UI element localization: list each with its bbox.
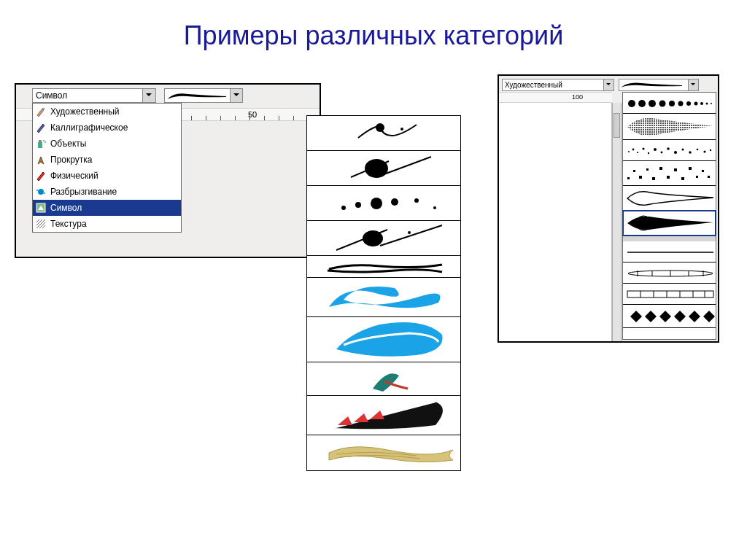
svg-rect-54 [681, 177, 684, 180]
brush-sample[interactable] [307, 116, 460, 151]
category-combo[interactable]: Символ [32, 88, 156, 103]
svg-point-40 [674, 151, 677, 154]
dropdown-item-label: Каллиграфическое [50, 122, 128, 133]
chevron-down-icon[interactable] [688, 79, 698, 90]
svg-rect-53 [674, 168, 677, 171]
dropdown-item-artistic[interactable]: Художественный [33, 104, 181, 120]
svg-point-28 [700, 102, 703, 105]
svg-point-25 [678, 101, 684, 106]
brush-preview[interactable] [164, 88, 243, 103]
svg-point-27 [694, 102, 698, 106]
svg-point-4 [44, 141, 46, 143]
svg-point-42 [689, 151, 692, 154]
svg-point-19 [408, 231, 411, 234]
svg-point-17 [433, 206, 436, 209]
brush-sample[interactable] [307, 317, 460, 362]
hatch-icon [34, 217, 47, 230]
brush-sample[interactable] [307, 256, 460, 278]
svg-point-41 [682, 149, 684, 151]
left-screenshot: Символ 50 Художественный [15, 83, 321, 258]
page-title: Примеры различных категорий [0, 0, 747, 51]
svg-point-29 [706, 103, 708, 105]
svg-point-35 [642, 147, 644, 149]
chevron-down-icon[interactable] [142, 89, 155, 102]
brush-sample[interactable] [307, 151, 460, 186]
category-combo-value: Художественный [505, 81, 562, 89]
svg-rect-49 [646, 168, 649, 171]
svg-point-26 [686, 101, 691, 106]
svg-point-12 [341, 206, 346, 210]
category-dropdown[interactable]: Художественный Каллиграфическое Объекты … [32, 103, 182, 233]
svg-point-5 [38, 189, 44, 195]
dropdown-item-label: Текстура [50, 219, 87, 229]
chevron-down-icon[interactable] [603, 79, 614, 90]
svg-point-10 [400, 128, 403, 131]
dropdown-item-splatter[interactable]: Разбрызгивание [33, 184, 181, 200]
svg-point-43 [697, 149, 699, 151]
ruler-mark: 100 [572, 93, 583, 101]
svg-point-21 [638, 100, 646, 107]
svg-point-44 [703, 150, 705, 152]
svg-rect-2 [39, 140, 42, 142]
brush-sample[interactable] [623, 114, 716, 140]
svg-rect-50 [652, 177, 655, 180]
panel-divider [623, 236, 716, 241]
dropdown-item-calligraphic[interactable]: Каллиграфическое [33, 120, 181, 136]
svg-point-3 [43, 140, 44, 141]
brush-sample[interactable] [307, 435, 460, 470]
brush-sample[interactable] [623, 93, 716, 114]
svg-rect-51 [659, 167, 662, 170]
svg-rect-55 [689, 167, 692, 170]
svg-point-22 [649, 100, 656, 107]
chevron-down-icon[interactable] [230, 89, 242, 102]
brush-sample[interactable] [623, 284, 716, 305]
category-combo[interactable]: Художественный [502, 79, 614, 91]
dropdown-item-scroll[interactable]: Прокрутка [33, 152, 181, 168]
canvas-area[interactable] [499, 103, 612, 341]
symbol-icon [34, 201, 47, 214]
svg-rect-52 [667, 176, 670, 179]
right-screenshot: Художественный 100 [498, 74, 719, 343]
brush-sample[interactable] [307, 362, 460, 396]
category-combo-value: Символ [36, 90, 67, 101]
brush-sample[interactable] [307, 186, 460, 221]
svg-rect-58 [708, 176, 710, 178]
splat-icon [34, 185, 47, 198]
svg-point-45 [710, 149, 711, 151]
dropdown-item-label: Прокрутка [50, 155, 92, 165]
brush-sample[interactable] [623, 241, 716, 262]
feather-stroke-icon [619, 79, 685, 90]
dropdown-item-texture[interactable]: Текстура [33, 216, 181, 232]
dropdown-item-objects[interactable]: Объекты [33, 136, 181, 152]
brush-sample[interactable] [623, 186, 716, 211]
svg-point-24 [669, 101, 675, 106]
svg-point-7 [44, 192, 45, 194]
brush-icon [34, 105, 47, 118]
brush-sample[interactable] [307, 278, 460, 317]
svg-rect-1 [38, 142, 42, 148]
svg-rect-47 [633, 170, 635, 172]
dropdown-item-label: Символ [50, 203, 82, 213]
svg-rect-0 [42, 108, 44, 110]
svg-point-15 [391, 198, 398, 206]
svg-point-34 [637, 152, 638, 153]
spray-icon [34, 137, 47, 150]
svg-rect-56 [696, 176, 698, 178]
dropdown-item-label: Физический [50, 171, 98, 181]
svg-rect-57 [702, 170, 704, 172]
brush-sample[interactable] [623, 140, 716, 161]
dropdown-item-physical[interactable]: Физический [33, 168, 181, 184]
svg-point-16 [414, 198, 419, 203]
dropdown-item-symbol[interactable]: Символ [33, 200, 181, 216]
brush-sample[interactable] [307, 396, 460, 435]
svg-point-36 [648, 152, 649, 154]
svg-point-14 [371, 198, 382, 209]
brush-preview[interactable] [619, 79, 699, 91]
brush-sample[interactable] [623, 305, 716, 328]
pen-icon [34, 121, 47, 134]
brush-sample[interactable] [307, 221, 460, 256]
brush-sample[interactable] [623, 161, 716, 186]
vertical-scrollbar[interactable] [612, 103, 622, 341]
brush-sample-selected[interactable] [623, 211, 716, 236]
brush-sample[interactable] [623, 262, 716, 284]
